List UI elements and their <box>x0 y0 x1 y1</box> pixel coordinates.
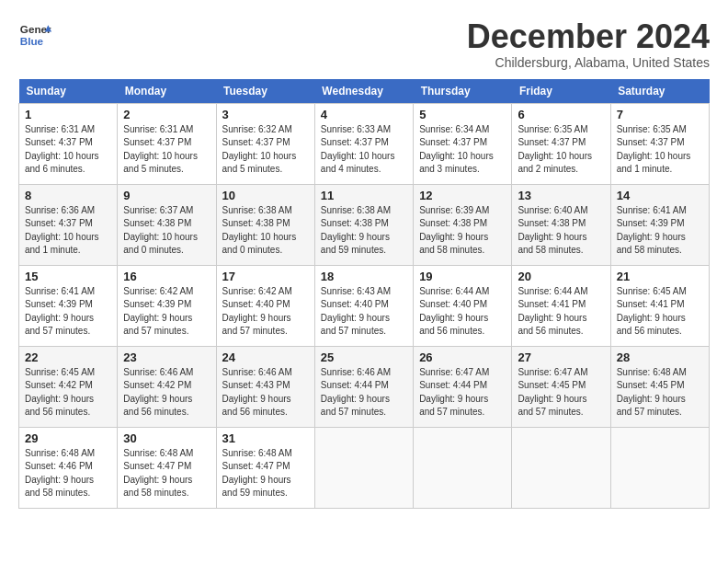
day-detail-7: Sunrise: 6:35 AMSunset: 4:37 PMDaylight:… <box>617 123 703 177</box>
day-detail-12: Sunrise: 6:39 AMSunset: 4:38 PMDaylight:… <box>419 204 506 258</box>
weekday-header-saturday: Saturday <box>610 79 709 104</box>
day-cell-23: 23Sunrise: 6:46 AMSunset: 4:42 PMDayligh… <box>118 346 216 427</box>
day-cell-5: 5Sunrise: 6:34 AMSunset: 4:37 PMDaylight… <box>414 103 512 184</box>
day-cell-27: 27Sunrise: 6:47 AMSunset: 4:45 PMDayligh… <box>512 346 610 427</box>
day-cell-10: 10Sunrise: 6:38 AMSunset: 4:38 PMDayligh… <box>216 184 314 265</box>
day-detail-16: Sunrise: 6:42 AMSunset: 4:39 PMDaylight:… <box>123 285 210 339</box>
day-number-29: 29 <box>25 431 111 445</box>
day-number-7: 7 <box>617 108 703 121</box>
day-number-3: 3 <box>222 108 309 121</box>
weekday-header-tuesday: Tuesday <box>216 79 314 104</box>
calendar-table: SundayMondayTuesdayWednesdayThursdayFrid… <box>18 79 710 509</box>
month-title: December 2024 <box>467 18 710 55</box>
day-detail-24: Sunrise: 6:46 AMSunset: 4:43 PMDaylight:… <box>222 366 309 419</box>
weekday-header-row: SundayMondayTuesdayWednesdayThursdayFrid… <box>19 79 710 104</box>
page-header: General Blue General Blue December 2024 … <box>18 18 710 70</box>
day-number-30: 30 <box>123 431 210 445</box>
day-cell-1: 1Sunrise: 6:31 AMSunset: 4:37 PMDaylight… <box>19 103 118 184</box>
day-detail-21: Sunrise: 6:45 AMSunset: 4:41 PMDaylight:… <box>617 285 703 339</box>
day-cell-31: 31Sunrise: 6:48 AMSunset: 4:47 PMDayligh… <box>216 427 314 508</box>
day-number-22: 22 <box>25 350 111 364</box>
day-cell-12: 12Sunrise: 6:39 AMSunset: 4:38 PMDayligh… <box>414 184 512 265</box>
day-number-2: 2 <box>123 108 210 121</box>
day-detail-13: Sunrise: 6:40 AMSunset: 4:38 PMDaylight:… <box>518 204 604 258</box>
day-detail-15: Sunrise: 6:41 AMSunset: 4:39 PMDaylight:… <box>25 285 111 339</box>
day-number-26: 26 <box>419 350 506 364</box>
day-number-20: 20 <box>518 270 604 283</box>
day-number-13: 13 <box>518 189 604 202</box>
day-number-8: 8 <box>25 189 111 202</box>
empty-cell <box>610 427 709 508</box>
day-cell-20: 20Sunrise: 6:44 AMSunset: 4:41 PMDayligh… <box>512 265 610 346</box>
day-cell-21: 21Sunrise: 6:45 AMSunset: 4:41 PMDayligh… <box>610 265 709 346</box>
weekday-header-wednesday: Wednesday <box>314 79 413 104</box>
day-cell-8: 8Sunrise: 6:36 AMSunset: 4:37 PMDaylight… <box>19 184 118 265</box>
day-detail-30: Sunrise: 6:48 AMSunset: 4:47 PMDaylight:… <box>123 447 210 500</box>
day-cell-26: 26Sunrise: 6:47 AMSunset: 4:44 PMDayligh… <box>414 346 512 427</box>
day-number-14: 14 <box>617 189 703 202</box>
day-number-5: 5 <box>419 108 506 121</box>
day-cell-7: 7Sunrise: 6:35 AMSunset: 4:37 PMDaylight… <box>610 103 709 184</box>
day-detail-29: Sunrise: 6:48 AMSunset: 4:46 PMDaylight:… <box>25 447 111 500</box>
day-detail-6: Sunrise: 6:35 AMSunset: 4:37 PMDaylight:… <box>518 123 604 177</box>
day-cell-17: 17Sunrise: 6:42 AMSunset: 4:40 PMDayligh… <box>216 265 314 346</box>
empty-cell <box>314 427 413 508</box>
day-cell-14: 14Sunrise: 6:41 AMSunset: 4:39 PMDayligh… <box>610 184 709 265</box>
day-number-25: 25 <box>321 350 407 364</box>
location: Childersburg, Alabama, United States <box>467 55 710 70</box>
day-cell-29: 29Sunrise: 6:48 AMSunset: 4:46 PMDayligh… <box>19 427 118 508</box>
day-detail-25: Sunrise: 6:46 AMSunset: 4:44 PMDaylight:… <box>321 366 407 419</box>
day-detail-3: Sunrise: 6:32 AMSunset: 4:37 PMDaylight:… <box>222 123 309 177</box>
day-cell-24: 24Sunrise: 6:46 AMSunset: 4:43 PMDayligh… <box>216 346 314 427</box>
empty-cell <box>414 427 512 508</box>
day-cell-2: 2Sunrise: 6:31 AMSunset: 4:37 PMDaylight… <box>118 103 216 184</box>
day-cell-30: 30Sunrise: 6:48 AMSunset: 4:47 PMDayligh… <box>118 427 216 508</box>
day-cell-16: 16Sunrise: 6:42 AMSunset: 4:39 PMDayligh… <box>118 265 216 346</box>
day-number-18: 18 <box>321 270 407 283</box>
day-number-16: 16 <box>123 270 210 283</box>
day-cell-25: 25Sunrise: 6:46 AMSunset: 4:44 PMDayligh… <box>314 346 413 427</box>
day-cell-19: 19Sunrise: 6:44 AMSunset: 4:40 PMDayligh… <box>414 265 512 346</box>
day-cell-3: 3Sunrise: 6:32 AMSunset: 4:37 PMDaylight… <box>216 103 314 184</box>
day-number-27: 27 <box>518 350 604 364</box>
day-number-12: 12 <box>419 189 506 202</box>
day-detail-22: Sunrise: 6:45 AMSunset: 4:42 PMDaylight:… <box>25 366 111 419</box>
day-cell-15: 15Sunrise: 6:41 AMSunset: 4:39 PMDayligh… <box>19 265 118 346</box>
day-detail-18: Sunrise: 6:43 AMSunset: 4:40 PMDaylight:… <box>321 285 407 339</box>
day-detail-28: Sunrise: 6:48 AMSunset: 4:45 PMDaylight:… <box>617 366 703 419</box>
day-detail-10: Sunrise: 6:38 AMSunset: 4:38 PMDaylight:… <box>222 204 309 258</box>
day-detail-31: Sunrise: 6:48 AMSunset: 4:47 PMDaylight:… <box>222 447 309 500</box>
day-detail-20: Sunrise: 6:44 AMSunset: 4:41 PMDaylight:… <box>518 285 604 339</box>
day-number-17: 17 <box>222 270 309 283</box>
day-number-4: 4 <box>321 108 407 121</box>
week-row-2: 8Sunrise: 6:36 AMSunset: 4:37 PMDaylight… <box>19 184 710 265</box>
logo: General Blue General Blue <box>18 18 51 52</box>
day-number-24: 24 <box>222 350 309 364</box>
day-detail-8: Sunrise: 6:36 AMSunset: 4:37 PMDaylight:… <box>25 204 111 258</box>
day-cell-18: 18Sunrise: 6:43 AMSunset: 4:40 PMDayligh… <box>314 265 413 346</box>
day-number-28: 28 <box>617 350 703 364</box>
day-detail-14: Sunrise: 6:41 AMSunset: 4:39 PMDaylight:… <box>617 204 703 258</box>
title-block: December 2024 Childersburg, Alabama, Uni… <box>467 18 710 70</box>
weekday-header-friday: Friday <box>512 79 610 104</box>
day-number-1: 1 <box>25 108 111 121</box>
day-detail-26: Sunrise: 6:47 AMSunset: 4:44 PMDaylight:… <box>419 366 506 419</box>
day-number-11: 11 <box>321 189 407 202</box>
day-cell-22: 22Sunrise: 6:45 AMSunset: 4:42 PMDayligh… <box>19 346 118 427</box>
day-number-31: 31 <box>222 431 309 445</box>
day-number-10: 10 <box>222 189 309 202</box>
day-detail-1: Sunrise: 6:31 AMSunset: 4:37 PMDaylight:… <box>25 123 111 177</box>
empty-cell <box>512 427 610 508</box>
day-number-21: 21 <box>617 270 703 283</box>
day-detail-9: Sunrise: 6:37 AMSunset: 4:38 PMDaylight:… <box>123 204 210 258</box>
day-number-6: 6 <box>518 108 604 121</box>
day-number-9: 9 <box>123 189 210 202</box>
day-detail-17: Sunrise: 6:42 AMSunset: 4:40 PMDaylight:… <box>222 285 309 339</box>
weekday-header-thursday: Thursday <box>414 79 512 104</box>
day-cell-11: 11Sunrise: 6:38 AMSunset: 4:38 PMDayligh… <box>314 184 413 265</box>
day-detail-27: Sunrise: 6:47 AMSunset: 4:45 PMDaylight:… <box>518 366 604 419</box>
day-number-23: 23 <box>123 350 210 364</box>
day-cell-28: 28Sunrise: 6:48 AMSunset: 4:45 PMDayligh… <box>610 346 709 427</box>
day-number-15: 15 <box>25 270 111 283</box>
week-row-4: 22Sunrise: 6:45 AMSunset: 4:42 PMDayligh… <box>19 346 710 427</box>
